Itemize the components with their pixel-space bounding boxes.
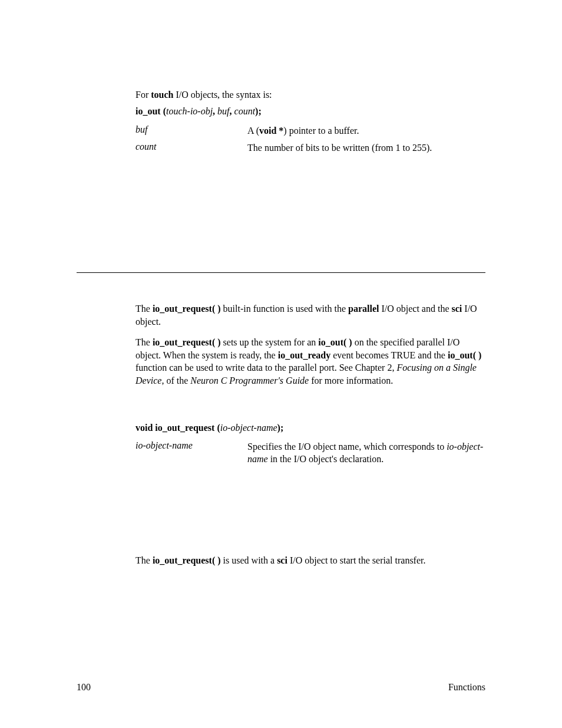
text: built-in function is used with the (221, 304, 348, 314)
fn-name: io_out_request( ) (153, 304, 221, 314)
book-title: Neuron C Programmer's Guide (190, 375, 309, 386)
section-divider (77, 272, 485, 273)
parallel-keyword: parallel (348, 304, 379, 314)
text: I/O objects, the syntax is: (173, 90, 272, 100)
param-term: buf (135, 124, 247, 137)
sci-keyword: sci (452, 304, 462, 314)
touch-intro: For touch I/O objects, the syntax is: (135, 88, 485, 101)
event-name: io_out_ready (278, 350, 330, 360)
param-def: Specifies the I/O object name, which cor… (247, 440, 485, 466)
text: is used with a (221, 555, 277, 565)
param-buf: buf A (void *) pointer to a buffer. (135, 124, 485, 137)
text: sets up the system for an (221, 337, 319, 347)
text: for more information. (309, 375, 393, 386)
text: The (135, 304, 153, 314)
fn-name: io_out_request( ) (153, 337, 221, 347)
close: ); (255, 106, 262, 116)
text: ) pointer to a buffer. (283, 126, 359, 136)
arg: count (234, 106, 256, 116)
page-content: For touch I/O objects, the syntax is: io… (135, 88, 485, 566)
fn-name: io_out( ) (448, 350, 481, 360)
sci-keyword: sci (277, 555, 287, 565)
text: in the I/O object's declaration. (268, 454, 384, 464)
text: event becomes TRUE and the (330, 350, 448, 360)
io-out-request-sci-desc: The io_out_request( ) is used with a sci… (135, 554, 485, 567)
page-footer: 100 Functions (77, 682, 485, 693)
io-out-request-desc-2: The io_out_request( ) sets up the system… (135, 336, 485, 387)
sep: , (213, 106, 217, 116)
param-term: io-object-name (135, 440, 247, 466)
fn-name: io_out_request( ) (153, 555, 221, 565)
text: The (135, 555, 153, 565)
arg: touch-io-obj (166, 106, 213, 116)
param-def: The number of bits to be written (from 1… (247, 141, 485, 154)
io-out-syntax: io_out (touch-io-obj, buf, count); (135, 105, 485, 118)
section-name: Functions (448, 682, 485, 693)
param-def: A (void *) pointer to a buffer. (247, 124, 485, 137)
fn-name: io_out ( (135, 106, 166, 116)
param-io-object-name: io-object-name Specifies the I/O object … (135, 440, 485, 466)
text: A ( (247, 126, 259, 136)
page-number: 100 (77, 682, 91, 693)
param-count: count The number of bits to be written (… (135, 141, 485, 154)
io-out-request-syntax: void io_out_request (io-object-name); (135, 423, 485, 433)
text: The (135, 337, 153, 347)
text: For (135, 90, 151, 100)
text: I/O object to start the serial transfer. (287, 555, 426, 565)
arg: io-object-name (220, 423, 277, 433)
touch-keyword: touch (151, 90, 173, 100)
fn-name: io_out( ) (318, 337, 352, 347)
arg: buf (217, 106, 229, 116)
io-out-request-desc-1: The io_out_request( ) built-in function … (135, 302, 485, 328)
sep: , (230, 106, 234, 116)
text: I/O object and the (379, 304, 451, 314)
fn-sig: void io_out_request ( (135, 423, 220, 433)
close: ); (277, 423, 284, 433)
param-term: count (135, 141, 247, 154)
text: of the (164, 375, 190, 386)
void-ptr: void * (259, 126, 283, 136)
text: Specifies the I/O object name, which cor… (247, 442, 447, 452)
text: function can be used to write data to th… (135, 363, 396, 373)
